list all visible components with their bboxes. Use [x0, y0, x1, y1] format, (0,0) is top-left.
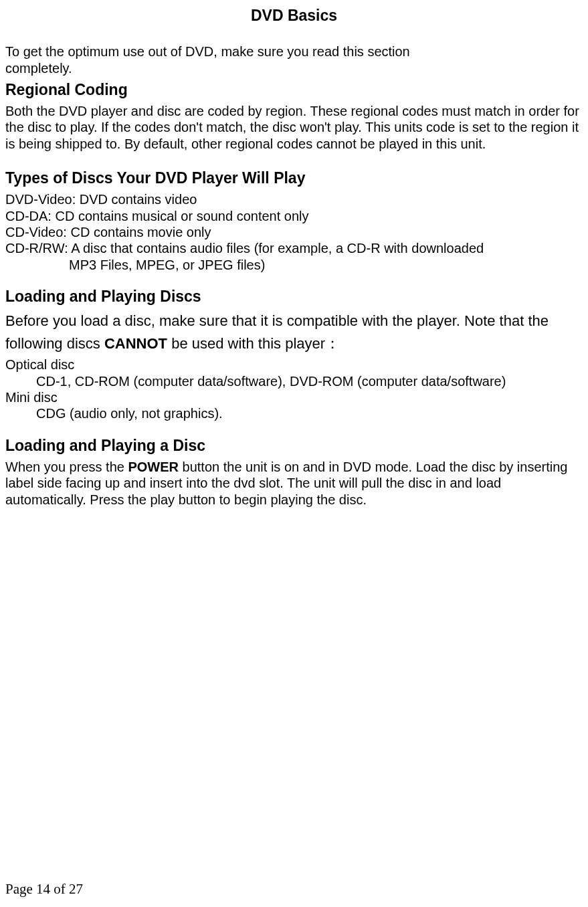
heading-loading-playing-a-disc: Loading and Playing a Disc — [5, 437, 583, 455]
disc-type-cd-r-rw-cont: MP3 Files, MPEG, or JPEG files) — [5, 257, 583, 273]
heading-types-of-discs: Types of Discs Your DVD Player Will Play — [5, 169, 583, 187]
power-emphasis: POWER — [128, 460, 179, 474]
disc-type-dvd-video: DVD-Video: DVD contains video — [5, 191, 583, 207]
incompatible-mini-disc: Mini disc — [5, 389, 583, 405]
heading-regional-coding: Regional Coding — [5, 81, 583, 99]
regional-coding-text: Both the DVD player and disc are coded b… — [5, 103, 583, 152]
page-number: Page 14 of 27 — [5, 881, 83, 898]
loading-a-disc-text: When you press the POWER button the unit… — [5, 459, 583, 508]
heading-loading-playing-discs: Loading and Playing Discs — [5, 288, 583, 306]
incompatible-optical-disc: Optical disc — [5, 357, 583, 373]
incompatible-mini-detail: CDG (audio only, not graphics). — [5, 405, 583, 421]
intro-paragraph: To get the optimum use out of DVD, make … — [5, 43, 433, 77]
incompatible-disc-list: Optical disc CD-1, CD-ROM (computer data… — [5, 357, 583, 422]
page-title: DVD Basics — [5, 7, 583, 25]
power-text-before: When you press the — [5, 460, 128, 474]
disc-types-list: DVD-Video: DVD contains video CD-DA: CD … — [5, 191, 583, 273]
incompatible-optical-detail: CD-1, CD-ROM (computer data/software), D… — [5, 373, 583, 389]
cannot-intro-after: be used with this player： — [167, 335, 340, 352]
disc-type-cd-r-rw: CD-R/RW: A disc that contains audio file… — [5, 240, 583, 256]
disc-type-cd-da: CD-DA: CD contains musical or sound cont… — [5, 208, 583, 224]
cannot-emphasis: CANNOT — [104, 335, 167, 352]
disc-type-cd-video: CD-Video: CD contains movie only — [5, 224, 583, 240]
cannot-use-intro: Before you load a disc, make sure that i… — [5, 310, 583, 355]
